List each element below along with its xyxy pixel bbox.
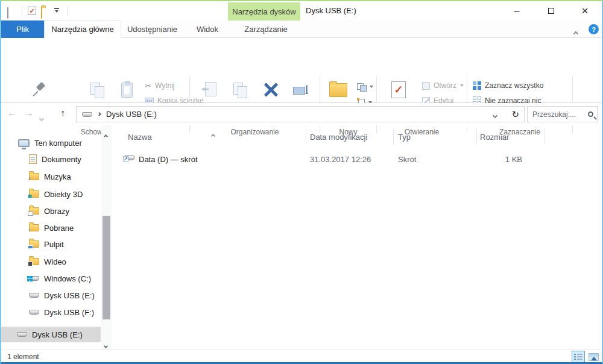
scrollbar-thumb[interactable] xyxy=(103,216,110,319)
chevron-up-icon xyxy=(573,31,578,36)
pin-icon xyxy=(31,82,47,98)
maximize-button[interactable] xyxy=(537,1,565,20)
scissors-icon: ✂ xyxy=(145,81,151,90)
cut-button[interactable]: ✂ Wytnij xyxy=(145,79,174,92)
scroll-up-icon[interactable] xyxy=(104,130,107,140)
sidebar-item-this-pc[interactable]: Ten komputer xyxy=(1,135,101,151)
rename-icon: I xyxy=(293,83,310,97)
column-header-size[interactable]: Rozmiar xyxy=(480,133,509,142)
chevron-down-icon xyxy=(39,116,44,121)
pictures-folder-icon xyxy=(29,207,39,215)
forward-icon: → xyxy=(24,108,34,118)
navigation-bar: ← → ↑ Dysk USB (E:) ↻ xyxy=(1,103,602,125)
sidebar-scrollbar[interactable] xyxy=(101,125,112,349)
minimize-icon: – xyxy=(514,5,520,16)
thumbnails-view-button[interactable] xyxy=(587,351,600,363)
sidebar-item-3d-objects[interactable]: ◼ Obiekty 3D xyxy=(1,186,101,202)
shortcut-drive-icon: ↗ xyxy=(124,155,134,160)
qat-divider-2 xyxy=(68,6,68,16)
delete-icon xyxy=(263,82,279,98)
refresh-icon: ↻ xyxy=(511,109,519,119)
tab-home[interactable]: Narzędzia główne xyxy=(44,20,121,38)
usb-drive-icon xyxy=(17,332,27,337)
open-button[interactable]: Otwórz xyxy=(422,79,464,92)
sidebar-item-documents[interactable]: Dokumenty xyxy=(1,151,101,167)
sidebar-item-usb-f[interactable]: Dysk USB (F:) xyxy=(1,304,101,320)
ribbon: Przypnij do paskaSzybki dostęp Kopiuj Wk… xyxy=(1,38,602,103)
copy-to-icon xyxy=(233,83,247,98)
sidebar-item-usb-e[interactable]: Dysk USB (E:) xyxy=(1,287,101,303)
downloads-folder-icon: ↓ xyxy=(29,224,39,231)
qat-customize-line xyxy=(54,8,59,9)
address-dropdown-button[interactable] xyxy=(493,109,497,120)
details-view-button[interactable] xyxy=(572,351,585,363)
sort-ascending-icon xyxy=(212,129,215,140)
back-button[interactable]: ← xyxy=(7,108,17,119)
window-title: Dysk USB (E:) xyxy=(306,6,356,15)
thumbnails-view-icon xyxy=(589,353,599,361)
breadcrumb-chevron-icon xyxy=(97,112,101,116)
tab-view[interactable]: Widok xyxy=(183,20,232,38)
help-button[interactable]: ? xyxy=(589,24,599,34)
select-all-icon xyxy=(473,81,481,90)
address-bar[interactable]: Dysk USB (E:) ↻ xyxy=(76,106,525,122)
tab-share[interactable]: Udostępnianie xyxy=(121,20,183,38)
file-size: 1 KB xyxy=(466,155,522,164)
file-name[interactable]: Data (D) — skrót xyxy=(139,155,198,164)
chevron-down-icon xyxy=(493,113,497,118)
sidebar-item-pictures[interactable]: Obrazy xyxy=(1,203,101,219)
sidebar-item-videos[interactable]: Wideo xyxy=(1,254,101,269)
breadcrumb-path[interactable]: Dysk USB (E:) xyxy=(106,110,157,119)
qat-divider xyxy=(22,6,22,16)
window-drive-icon[interactable] xyxy=(7,8,8,19)
column-separator[interactable] xyxy=(393,129,394,145)
computer-icon xyxy=(18,139,30,147)
back-icon: ← xyxy=(7,108,17,118)
dropdown-caret-icon xyxy=(460,84,464,87)
up-button[interactable]: ↑ xyxy=(60,108,65,119)
status-bar: 1 element xyxy=(1,349,602,364)
file-modified: 31.03.2017 12:26 xyxy=(310,155,371,164)
sidebar-item-desktop[interactable]: Pulpit xyxy=(1,236,101,252)
new-folder-icon xyxy=(329,83,347,97)
tab-manage[interactable]: Zarządzanie xyxy=(232,20,300,38)
column-separator[interactable] xyxy=(544,129,545,145)
column-separator[interactable] xyxy=(306,129,306,145)
copy-icon xyxy=(90,83,104,98)
collapse-ribbon-button[interactable] xyxy=(574,27,578,38)
system-drive-icon xyxy=(29,276,39,281)
minimize-button[interactable]: – xyxy=(503,1,531,20)
up-icon: ↑ xyxy=(60,108,65,118)
sidebar-item-windows-c[interactable]: Windows (C:) xyxy=(1,271,101,286)
close-icon: × xyxy=(581,4,588,17)
tab-file[interactable]: Plik xyxy=(1,20,44,38)
check-icon: ✓ xyxy=(29,7,34,15)
title-bar: ✓ Narzędzia dysków Dysk USB (E:) – × xyxy=(1,1,602,20)
search-input[interactable] xyxy=(531,110,588,119)
ribbon-tab-strip: Plik Narzędzia główne Udostępnianie Wido… xyxy=(1,20,602,38)
column-header-modified[interactable]: Data modyfikacji xyxy=(310,133,367,142)
close-button[interactable]: × xyxy=(571,1,599,20)
forward-button[interactable]: → xyxy=(24,108,34,119)
column-separator[interactable] xyxy=(476,129,477,145)
search-box[interactable] xyxy=(527,106,598,122)
qat-new-folder-button[interactable] xyxy=(41,8,42,19)
sidebar-item-usb-e-selected[interactable]: Dysk USB (E:) xyxy=(1,327,101,342)
contextual-tab-header: Narzędzia dysków xyxy=(228,2,300,20)
easy-access-button[interactable] xyxy=(357,80,373,93)
search-icon xyxy=(588,111,593,117)
drive-icon xyxy=(82,112,92,117)
3d-objects-folder-icon: ◼ xyxy=(29,190,39,198)
column-header-name[interactable]: Nazwa xyxy=(128,133,152,142)
refresh-button[interactable]: ↻ xyxy=(511,109,519,120)
qat-properties-button[interactable]: ✓ xyxy=(28,7,36,15)
qat-customize-button[interactable] xyxy=(54,8,59,13)
question-icon: ? xyxy=(592,26,596,33)
sidebar-item-music[interactable]: ♪ Muzyka xyxy=(1,169,101,184)
column-header-type[interactable]: Typ xyxy=(398,133,411,142)
select-all-button[interactable]: Zaznacz wszystko xyxy=(473,79,543,92)
recent-locations-button[interactable] xyxy=(40,112,43,123)
group-label-open: Otwieranie xyxy=(377,128,467,136)
music-folder-icon: ♪ xyxy=(29,173,39,180)
sidebar-item-downloads[interactable]: ↓ Pobrane xyxy=(1,220,101,236)
